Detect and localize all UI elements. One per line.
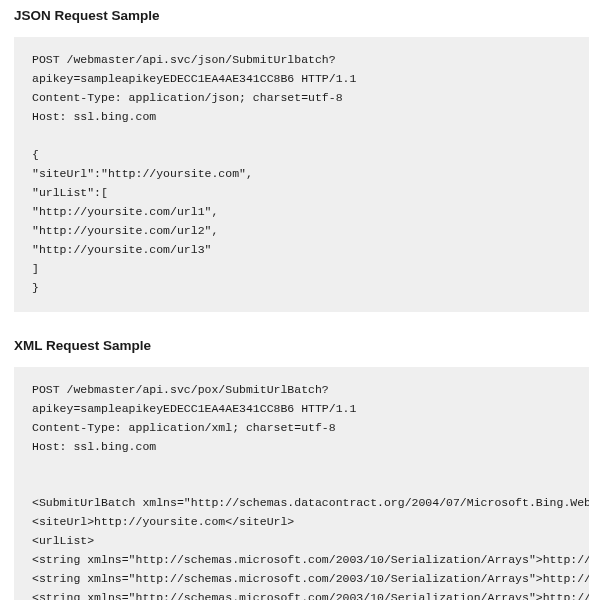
xml-sample-heading: XML Request Sample xyxy=(14,338,589,353)
xml-sample-code: POST /webmaster/api.svc/pox/SubmitUrlBat… xyxy=(14,367,589,600)
json-sample-heading: JSON Request Sample xyxy=(14,8,589,23)
json-sample-code: POST /webmaster/api.svc/json/SubmitUrlba… xyxy=(14,37,589,312)
